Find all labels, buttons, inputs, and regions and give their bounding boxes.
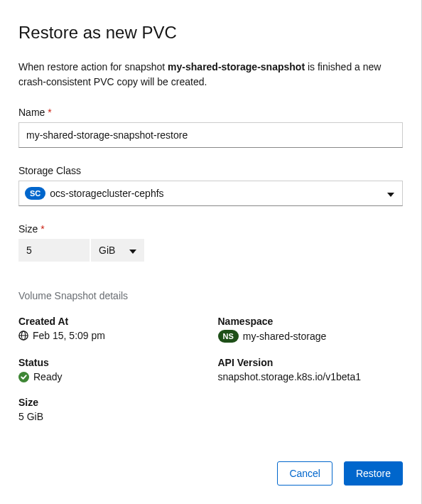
namespace-label: Namespace [218,316,404,327]
status-text: Ready [33,371,62,382]
detail-size: Size 5 GiB [18,397,204,422]
name-label-text: Name [18,107,45,118]
created-at-text: Feb 15, 5:09 pm [33,330,105,341]
restore-pvc-modal: Restore as new PVC When restore action f… [0,0,422,504]
storage-class-label: Storage Class [18,165,403,176]
api-version-value: snapshot.storage.k8s.io/v1beta1 [218,371,404,382]
namespace-text: my-shared-storage [243,331,327,342]
details-grid: Created At Feb 15, 5:09 pm Namespace NS … [18,316,403,422]
name-label: Name* [18,107,403,118]
size-row: GiB [18,239,403,262]
modal-title: Restore as new PVC [18,23,403,43]
details-section-title: Volume Snapshot details [18,290,403,301]
cancel-button[interactable]: Cancel [277,461,332,486]
snapshot-name: my-shared-storage-snapshot [168,61,305,73]
name-form-group: Name* [18,107,403,148]
namespace-value: NS my-shared-storage [218,330,404,343]
required-mark: * [40,223,44,235]
size-label-text: Size [18,223,38,235]
size-label: Size* [18,223,403,235]
modal-footer: Cancel Restore [277,461,403,486]
storage-class-value: ocs-storagecluster-cephfs [50,188,163,199]
detail-size-value: 5 GiB [18,411,204,422]
chevron-down-icon [129,245,136,256]
detail-status: Status Ready [18,357,204,382]
size-unit-value: GiB [99,245,115,256]
status-label: Status [18,357,204,368]
api-version-label: API Version [218,357,404,368]
storage-class-select-wrapper: SC ocs-storagecluster-cephfs [18,181,403,206]
namespace-badge: NS [218,330,239,343]
status-value: Ready [18,371,204,382]
description-prefix: When restore action for snapshot [18,61,168,73]
created-at-label: Created At [18,316,204,327]
created-at-value: Feb 15, 5:09 pm [18,330,204,341]
restore-button[interactable]: Restore [344,461,403,486]
check-circle-icon [18,372,29,382]
detail-created-at: Created At Feb 15, 5:09 pm [18,316,204,343]
storage-class-badge: SC [25,187,45,200]
size-number-input[interactable] [18,239,90,262]
detail-namespace: Namespace NS my-shared-storage [218,316,404,343]
required-mark: * [48,107,51,118]
name-input[interactable] [18,122,403,148]
detail-api-version: API Version snapshot.storage.k8s.io/v1be… [218,357,404,382]
globe-icon [18,331,28,341]
size-form-group: Size* GiB [18,223,403,262]
storage-class-form-group: Storage Class SC ocs-storagecluster-ceph… [18,165,403,206]
storage-class-select[interactable]: SC ocs-storagecluster-cephfs [18,181,403,206]
detail-size-label: Size [18,397,204,408]
modal-description: When restore action for snapshot my-shar… [18,60,403,90]
size-unit-select[interactable]: GiB [91,239,144,262]
